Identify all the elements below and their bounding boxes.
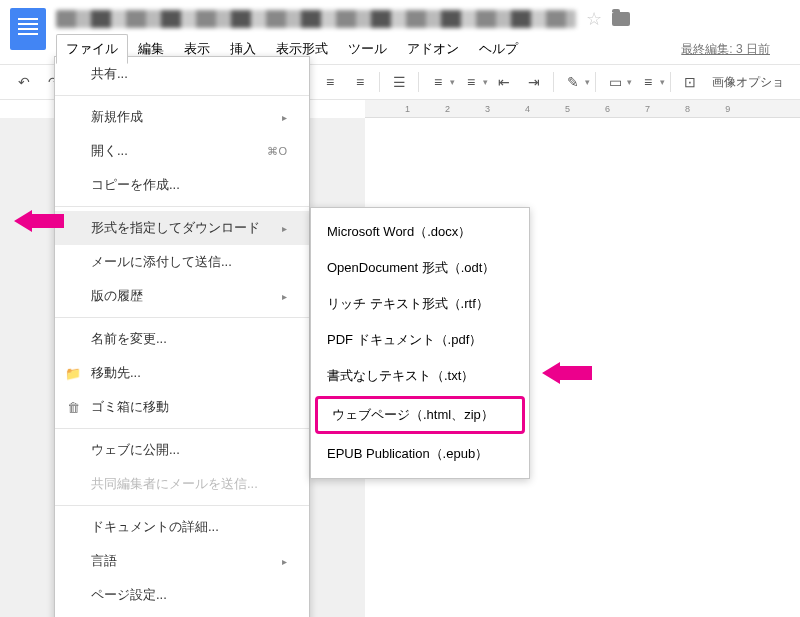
shortcut: ⌘O [267, 145, 287, 158]
numbered-list-icon[interactable]: ≡ [424, 69, 452, 95]
bulleted-list-icon[interactable]: ≡ [457, 69, 485, 95]
submenu-rtf[interactable]: リッチ テキスト形式（.rtf） [311, 286, 529, 322]
chevron-right-icon: ▸ [282, 556, 287, 567]
menu-addons[interactable]: アドオン [397, 34, 469, 64]
menu-item-download-as[interactable]: 形式を指定してダウンロード▸ [55, 211, 309, 245]
menu-item-copy[interactable]: コピーを作成... [55, 168, 309, 202]
menu-item-language[interactable]: 言語▸ [55, 544, 309, 578]
align-justify-icon[interactable]: ≡ [346, 69, 374, 95]
svg-marker-1 [542, 362, 592, 384]
chevron-right-icon: ▸ [282, 291, 287, 302]
download-submenu: Microsoft Word（.docx） OpenDocument 形式（.o… [310, 207, 530, 479]
chevron-down-icon[interactable]: ▾ [660, 77, 665, 87]
menu-item-publish[interactable]: ウェブに公開... [55, 433, 309, 467]
line-weight-icon[interactable]: ≡ [634, 69, 662, 95]
clear-format-icon[interactable]: ✎ [559, 69, 587, 95]
align-right-icon[interactable]: ≡ [316, 69, 344, 95]
star-icon[interactable]: ☆ [586, 8, 602, 30]
line-spacing-icon[interactable]: ☰ [385, 69, 413, 95]
outdent-icon[interactable]: ⇤ [490, 69, 518, 95]
folder-icon[interactable] [612, 12, 630, 26]
border-icon[interactable]: ▭ [601, 69, 629, 95]
trash-icon: 🗑 [65, 399, 81, 415]
submenu-docx[interactable]: Microsoft Word（.docx） [311, 214, 529, 250]
ruler-tick: 7 [645, 104, 650, 114]
chevron-down-icon[interactable]: ▾ [585, 77, 590, 87]
docs-icon[interactable] [10, 8, 46, 50]
submenu-html-highlighted[interactable]: ウェブページ（.html、zip） [315, 396, 525, 434]
menu-item-move-to[interactable]: 📁移動先... [55, 356, 309, 390]
menu-item-new[interactable]: 新規作成▸ [55, 100, 309, 134]
menu-item-print[interactable]: 🖶印刷⌘P [55, 612, 309, 617]
chevron-right-icon: ▸ [282, 112, 287, 123]
doc-title-blurred[interactable] [56, 10, 576, 28]
ruler-tick: 4 [525, 104, 530, 114]
submenu-epub[interactable]: EPUB Publication（.epub） [311, 436, 529, 472]
chevron-right-icon: ▸ [282, 223, 287, 234]
menu-item-open[interactable]: 開く...⌘O [55, 134, 309, 168]
chevron-down-icon[interactable]: ▾ [450, 77, 455, 87]
file-menu-dropdown: 共有... 新規作成▸ 開く...⌘O コピーを作成... 形式を指定してダウン… [54, 56, 310, 617]
ruler-tick: 2 [445, 104, 450, 114]
ruler-tick: 6 [605, 104, 610, 114]
menu-item-version-history[interactable]: 版の履歴▸ [55, 279, 309, 313]
crop-icon[interactable]: ⊡ [676, 69, 704, 95]
chevron-down-icon[interactable]: ▾ [627, 77, 632, 87]
ruler[interactable]: 1 2 3 4 5 6 7 8 9 [365, 100, 800, 118]
svg-marker-0 [14, 210, 64, 232]
header: ☆ ファイル 編集 表示 挿入 表示形式 ツール アドオン ヘルプ 最終編集: … [0, 0, 800, 64]
last-edit[interactable]: 最終編集: 3 日前 [681, 41, 790, 58]
submenu-odt[interactable]: OpenDocument 形式（.odt） [311, 250, 529, 286]
ruler-tick: 1 [405, 104, 410, 114]
ruler-tick: 8 [685, 104, 690, 114]
image-options-label[interactable]: 画像オプショ [706, 74, 790, 91]
ruler-tick: 9 [725, 104, 730, 114]
menu-tools[interactable]: ツール [338, 34, 397, 64]
undo-icon[interactable]: ↶ [10, 69, 38, 95]
menu-item-email-collab: 共同編集者にメールを送信... [55, 467, 309, 501]
ruler-tick: 5 [565, 104, 570, 114]
menu-item-email-attach[interactable]: メールに添付して送信... [55, 245, 309, 279]
annotation-arrow-left [14, 210, 64, 232]
menu-item-trash[interactable]: 🗑ゴミ箱に移動 [55, 390, 309, 424]
ruler-tick: 3 [485, 104, 490, 114]
submenu-pdf[interactable]: PDF ドキュメント（.pdf） [311, 322, 529, 358]
menu-file[interactable]: ファイル [56, 34, 128, 64]
indent-icon[interactable]: ⇥ [520, 69, 548, 95]
menu-item-page-setup[interactable]: ページ設定... [55, 578, 309, 612]
menu-help[interactable]: ヘルプ [469, 34, 528, 64]
folder-icon: 📁 [65, 365, 81, 381]
submenu-txt[interactable]: 書式なしテキスト（.txt） [311, 358, 529, 394]
annotation-arrow-right [542, 362, 592, 384]
menu-item-rename[interactable]: 名前を変更... [55, 322, 309, 356]
menu-item-details[interactable]: ドキュメントの詳細... [55, 510, 309, 544]
chevron-down-icon[interactable]: ▾ [483, 77, 488, 87]
